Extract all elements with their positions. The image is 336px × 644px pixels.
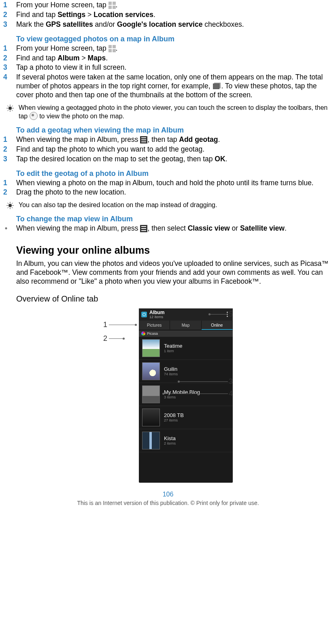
step: From your Home screen, tap . [3,44,333,53]
text: When viewing the map in Album, press [16,135,140,143]
svg-line-15 [12,207,13,208]
section-picasa: Picasa [139,330,233,337]
text: Find and tap the photo to which you want… [16,145,204,153]
text: Tap a photo to view it in full screen. [16,63,126,71]
svg-line-7 [12,105,13,107]
callout-dot [123,338,125,340]
text: Find and tap [16,11,57,19]
callout-dot [135,324,137,326]
subheading-edit-geotag: To edit the geotag of a photo in Album [16,169,333,178]
thumbnail [142,339,160,357]
item-sub: 1 item [164,349,183,353]
item-name: 2008 TB [164,412,184,418]
menu-icon [140,225,147,232]
callout-1: 1 [103,321,107,329]
item-name: Teatime [164,343,183,349]
text: Drag the photo to the new location. [16,188,126,196]
callout-2: 2 [103,334,107,343]
callout-line [109,325,136,325]
step: Find and tap Settings > Location service… [3,11,333,19]
steps-add-geotag: When viewing the map in Album, press , t… [3,135,333,164]
bold: OK [215,155,225,163]
subheading-add-geotag: To add a geotag when viewing the map in … [16,126,333,135]
text: checkboxes. [202,20,244,28]
section-label-text: Picasa [147,332,158,336]
list-item: Guilin74 items [139,360,233,383]
text: From your Home screen, tap [16,44,108,52]
step: Drag the photo to the new location. [3,188,333,197]
thumbnail [142,432,160,449]
text: . [285,224,287,232]
text: . [218,135,220,143]
bullet-change-view: When viewing the map in Album, press , t… [3,224,333,233]
svg-line-17 [8,207,9,208]
text: . [106,54,108,62]
bullet-item: When viewing the map in Album, press , t… [3,224,333,233]
tab-pictures: Pictures [139,321,170,330]
page-number: 106 [3,491,333,498]
text: Find and tap [16,54,57,62]
phone-list: Teatime1 item Guilin74 items My Mobile B… [139,337,233,452]
heading-overview-online-tab: Overview of Online tab [16,294,333,304]
steps-enable-gps: From your Home screen, tap . Find and ta… [3,1,333,29]
bold: Maps [88,54,106,62]
steps-edit-geotag: When viewing a photo on the map in Album… [3,179,333,197]
bold: Album [57,54,79,62]
step: If several photos were taken at the same… [3,73,333,100]
list-item: Kista2 items [139,429,233,452]
step: Find and tap the photo to which you want… [3,145,333,154]
bold: Google's location service [117,20,202,28]
bold: Location services [94,11,153,19]
svg-line-8 [8,110,9,111]
tip-text: When viewing a geotagged photo in the ph… [19,104,333,120]
svg-point-9 [9,204,12,207]
text: > [80,54,88,62]
step: Tap the desired location on the map to s… [3,155,333,164]
apps-grid-icon [108,45,116,52]
callout-line [179,381,228,382]
item-name: My Mobile Blog [164,389,200,395]
text: or [230,224,240,232]
text: When viewing a photo on the map in Album… [16,179,313,187]
apps-grid-icon [108,2,116,9]
picasa-icon [141,332,145,336]
callout-dot [178,381,180,383]
list-item: 2008 TB27 items [139,406,233,429]
list-item: My Mobile Blog3 items [139,383,233,406]
subheading-view-geotagged: To view geotagged photos on a map in Alb… [16,35,333,43]
text: , then tap [147,135,179,143]
thumbnail [142,385,160,403]
phone-tabs: Pictures Map Online [139,321,233,330]
phone-item-count: 12 items [149,315,164,319]
bold: Settings [57,11,85,19]
text: > [85,11,94,19]
callout-line [210,314,228,315]
menu-icon [140,136,147,143]
svg-point-0 [9,107,12,109]
globe-icon [30,112,38,120]
callout-4: 4 [229,389,233,398]
text: to view the photo on the map. [38,113,124,120]
svg-line-14 [8,203,9,204]
text: , then select [147,224,187,232]
thumbnail [142,409,160,426]
heading-viewing-online: Viewing your online albums [16,244,333,256]
tip-photo-viewer-map: When viewing a geotagged photo in the ph… [6,104,333,120]
callout-3: 3 [229,377,233,386]
step: When viewing a photo on the map in Album… [3,179,333,188]
step: Mark the GPS satellites and/or Google's … [3,20,333,29]
svg-line-16 [12,203,13,204]
text: . [116,44,118,52]
figure-online-tab: Album 12 items Pictures Map Online Picas… [3,308,333,483]
item-name: Guilin [164,366,178,372]
step: From your Home screen, tap . [3,1,333,10]
step: Tap a photo to view it in full screen. [3,63,333,72]
text: . [153,11,155,19]
list-item: Teatime1 item [139,337,233,360]
text: Tap the desired location on the map to s… [16,155,215,163]
page: From your Home screen, tap . Find and ta… [0,1,336,514]
callout-line [164,394,228,394]
footer-note: This is an Internet version of this publ… [3,500,333,506]
phone-mockup: Album 12 items Pictures Map Online Picas… [139,308,233,483]
tip-bulb-icon [6,202,14,209]
